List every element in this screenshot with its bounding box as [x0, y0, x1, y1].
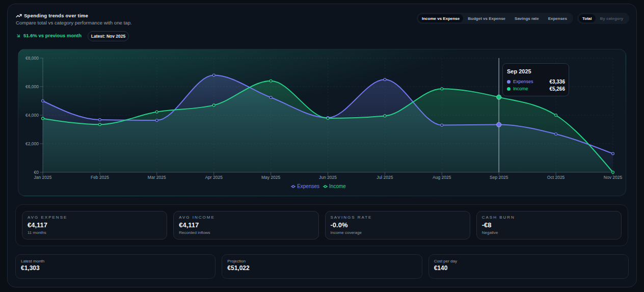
svg-text:Jan 2025: Jan 2025 [34, 175, 52, 180]
svg-text:Apr 2025: Apr 2025 [205, 175, 223, 180]
svg-text:Jun 2025: Jun 2025 [319, 175, 337, 180]
svg-text:Mar 2025: Mar 2025 [148, 175, 166, 180]
svg-text:€2,000: €2,000 [25, 141, 39, 146]
svg-text:€4,000: €4,000 [25, 113, 39, 118]
svg-text:May 2025: May 2025 [261, 175, 281, 180]
svg-text:Sep 2025: Sep 2025 [490, 175, 508, 180]
svg-text:Feb 2025: Feb 2025 [91, 175, 109, 180]
svg-text:Oct 2025: Oct 2025 [547, 175, 565, 180]
svg-text:Nov 2025: Nov 2025 [604, 175, 623, 180]
svg-text:Aug 2025: Aug 2025 [433, 175, 451, 180]
svg-text:€0: €0 [34, 170, 39, 175]
svg-text:€8,000: €8,000 [25, 56, 39, 61]
svg-text:€6,000: €6,000 [25, 84, 39, 89]
svg-text:Jul 2025: Jul 2025 [377, 175, 393, 180]
